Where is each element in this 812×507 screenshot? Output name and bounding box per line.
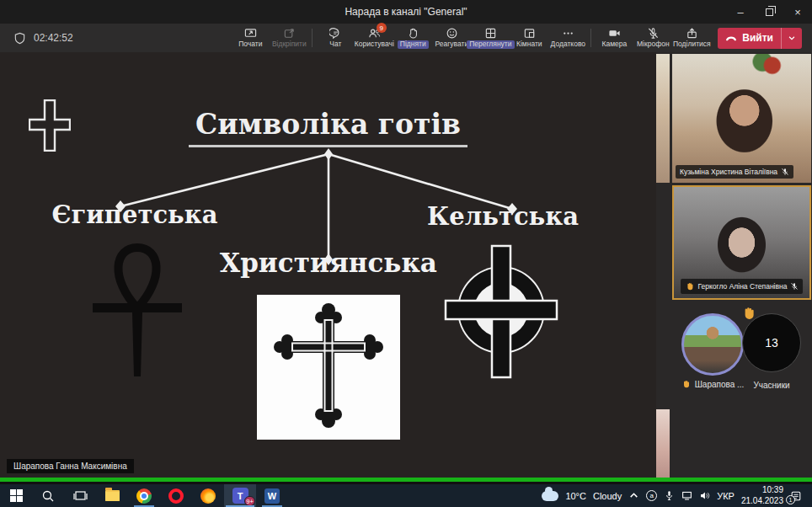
search-icon (41, 489, 55, 503)
audio-participants-row: Шарапова ... 13 Учасники (656, 305, 812, 409)
start-presenting-label: Почати (238, 40, 262, 48)
participants-badge: 9 (377, 23, 387, 33)
shield-icon (13, 32, 26, 45)
orthodox-cross-symbol (257, 295, 400, 440)
popout-icon (283, 27, 296, 40)
screen-share-icon (244, 27, 257, 40)
raised-hand-icon (681, 379, 692, 389)
chrome-icon (136, 488, 152, 504)
shared-screen: Символіка готів Єгипетська Кельтська Хри… (0, 52, 656, 484)
titlebar: Нарада в каналі "General" – × (0, 0, 812, 24)
grid-icon (484, 27, 497, 40)
teams-button[interactable]: T 9+ (224, 484, 256, 507)
weather-cloud-icon (542, 491, 558, 501)
hidden-icons-chevron[interactable] (628, 490, 639, 501)
share-icon (686, 27, 698, 40)
participant-video-kuzmina[interactable]: Кузьміна Христина Віталіївна (672, 54, 811, 183)
tray-microphone-icon[interactable] (664, 490, 675, 501)
participant-name: Шарапова ... (695, 380, 745, 389)
raise-hand-label: Підняти (398, 40, 429, 48)
windows-logo-icon (10, 489, 23, 502)
start-presenting-button[interactable]: Почати (231, 24, 270, 52)
teams-badge: 9+ (244, 496, 255, 506)
start-button[interactable] (0, 484, 32, 507)
cropped-video-sliver (656, 54, 670, 183)
cropped-video-sliver (656, 409, 670, 478)
leave-label: Вийти (742, 32, 773, 44)
participant-name: Геркогло Аліна Степанівна (698, 282, 788, 291)
participants-count-circle[interactable]: 13 (742, 313, 801, 372)
rooms-label: Кімнати (516, 40, 542, 48)
toolbar-separator (312, 29, 313, 47)
weather-condition[interactable]: Cloudy (593, 491, 622, 501)
camera-icon (608, 27, 621, 40)
participants-count-label: Учасники (753, 381, 789, 390)
react-label: Реагувати (435, 40, 468, 48)
avatar-sharapova[interactable] (681, 313, 744, 376)
chrome-button[interactable] (128, 484, 160, 507)
mic-off-icon (790, 282, 799, 291)
more-label: Додатково (551, 40, 585, 48)
system-tray: 10°C Cloudy a УКР 10:39 21.04.2023 1 (542, 485, 812, 506)
raised-hand-icon (685, 281, 695, 291)
camera-label: Камера (601, 40, 627, 48)
word-button[interactable]: W (256, 484, 288, 507)
branch-label-celtic: Кельтська (427, 202, 579, 231)
microphone-label: Мікрофон (637, 40, 670, 48)
participant-video-herkohlo[interactable]: Геркогло Аліна Степанівна (672, 185, 811, 300)
word-icon: W (264, 488, 280, 504)
branch-label-egyptian: Єгипетська (51, 200, 217, 229)
mic-off-icon (647, 27, 660, 40)
chat-label: Чат (329, 40, 341, 48)
hangup-icon (725, 32, 737, 44)
leave-button[interactable]: Вийти (718, 28, 802, 49)
more-button[interactable]: Додатково (548, 24, 587, 52)
chat-button[interactable]: Чат (316, 24, 355, 52)
notification-count: 1 (786, 495, 795, 504)
participant-video-bottom[interactable] (672, 409, 811, 478)
participants-button[interactable]: 9 Користувачі (355, 24, 393, 52)
language-indicator[interactable]: УКР (717, 491, 735, 501)
teams-meeting-window: Нарада в каналі "General" – × 02:42:52 П… (0, 0, 812, 507)
firefox-icon (200, 488, 216, 504)
search-button[interactable] (32, 484, 64, 507)
branch-label-christian: Християнська (220, 248, 437, 278)
action-center-button[interactable]: 1 (790, 490, 805, 502)
raised-hand-icon (740, 305, 757, 322)
maximize-button[interactable] (755, 0, 783, 24)
meeting-timer: 02:42:52 (34, 32, 73, 44)
rooms-icon (523, 27, 536, 40)
file-explorer-button[interactable] (96, 484, 128, 507)
tray-date: 21.04.2023 (741, 496, 783, 507)
participants-label: Користувачі (355, 40, 394, 48)
firefox-button[interactable] (192, 484, 224, 507)
popout-button[interactable]: Відкріпити (270, 24, 308, 52)
chat-icon (329, 27, 342, 40)
minimize-button[interactable]: – (726, 0, 755, 24)
volume-icon[interactable] (699, 490, 710, 501)
raise-hand-button[interactable]: Підняти (393, 24, 432, 52)
celtic-cross-symbol (442, 244, 560, 381)
meeting-toolbar: 02:42:52 Почати Відкріпити Чат 9 Кор (0, 24, 812, 52)
task-view-icon (73, 489, 88, 502)
input-indicator-icon[interactable]: a (646, 490, 657, 501)
window-title: Нарада в каналі "General" (345, 6, 467, 18)
more-icon (562, 27, 574, 40)
network-icon[interactable] (681, 490, 692, 501)
windows-taskbar: T 9+ W 10°C Cloudy a УКР 10:39 21 (0, 484, 812, 507)
close-button[interactable]: × (783, 0, 812, 24)
tray-time: 10:39 (741, 485, 783, 496)
view-button[interactable]: Переглянути (471, 24, 510, 52)
weather-temp[interactable]: 10°C (565, 491, 586, 501)
microphone-button[interactable]: Мікрофон (633, 24, 672, 52)
task-view-button[interactable] (64, 484, 96, 507)
clock[interactable]: 10:39 21.04.2023 (741, 485, 783, 506)
camera-button[interactable]: Камера (595, 24, 633, 52)
rooms-button[interactable]: Кімнати (510, 24, 548, 52)
chevron-down-icon[interactable] (782, 34, 802, 42)
opera-button[interactable] (160, 484, 192, 507)
restore-icon (766, 8, 773, 16)
share-button[interactable]: Поділитися (672, 24, 711, 52)
folder-icon (105, 490, 120, 501)
react-button[interactable]: Реагувати (432, 24, 471, 52)
